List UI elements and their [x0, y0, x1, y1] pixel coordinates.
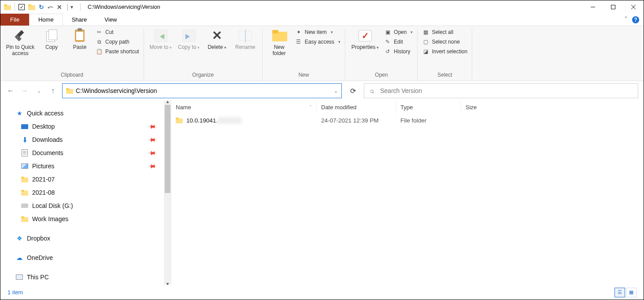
search-input[interactable]: [380, 87, 633, 94]
ribbon-collapse-icon[interactable]: ˄: [624, 15, 628, 24]
sidebar-onedrive[interactable]: ☁OneDrive: [14, 251, 171, 264]
copy-button[interactable]: Copy: [39, 29, 64, 51]
address-bar[interactable]: ⌄: [62, 83, 342, 98]
ribbon-tabs: File Home Share View ˄ ?: [0, 14, 644, 26]
qat-redo-icon[interactable]: ↻: [39, 4, 44, 11]
tab-view[interactable]: View: [96, 14, 126, 26]
maximize-button[interactable]: [603, 0, 623, 14]
downloads-icon: ⬇: [21, 136, 29, 144]
file-name: 10.0.19041.xxxx: [186, 117, 242, 124]
pin-label: Pin to Quick access: [5, 44, 36, 57]
rename-button[interactable]: Rename: [233, 29, 258, 51]
qat-properties-icon[interactable]: ✓: [19, 4, 25, 10]
qat-undo-icon[interactable]: ⤺: [48, 3, 53, 11]
sidebar-item-2021-08[interactable]: 2021-08: [14, 186, 171, 199]
pin-quickaccess-button[interactable]: Pin to Quick access: [5, 29, 36, 57]
select-none-button[interactable]: ▢Select none: [422, 38, 467, 45]
window-title: C:\Windows\servicing\Version: [88, 4, 160, 10]
sidebar-item-local-disk[interactable]: Local Disk (G:): [14, 199, 171, 212]
forward-button[interactable]: →: [20, 86, 30, 96]
copy-path-button[interactable]: ⧉Copy path: [96, 38, 139, 45]
sidebar-this-pc[interactable]: This PC: [14, 270, 171, 284]
selectnone-icon: ▢: [422, 38, 429, 45]
folder-icon: [272, 30, 286, 41]
new-item-button[interactable]: ✦New item: [295, 29, 341, 36]
tab-file[interactable]: File: [0, 14, 29, 26]
paste-label: Paste: [73, 44, 87, 51]
sidebar-scrollbar[interactable]: ▲ ▼: [164, 100, 171, 285]
help-icon[interactable]: ?: [632, 16, 639, 23]
close-button[interactable]: [623, 0, 644, 14]
group-open-title: Open: [350, 70, 413, 79]
up-button[interactable]: ↑: [48, 86, 58, 96]
group-open: ✓ Properties ▣Open ✎Edit ↺History Open: [345, 29, 418, 81]
folder-icon: [21, 177, 28, 182]
col-date[interactable]: Date modified: [317, 100, 396, 114]
view-thumbnails-button[interactable]: ▦: [626, 288, 637, 297]
paste-button[interactable]: Paste: [67, 29, 92, 51]
sidebar-item-documents[interactable]: Documents📌: [14, 146, 171, 159]
move-to-button[interactable]: Move to: [148, 29, 173, 51]
col-size[interactable]: Size: [461, 100, 505, 114]
star-icon: ★: [15, 109, 23, 117]
dropbox-icon: ❖: [15, 234, 23, 242]
sidebar-item-desktop[interactable]: Desktop📌: [14, 120, 171, 133]
redacted-text: xxxx: [218, 117, 242, 124]
sidebar-item-work-images[interactable]: Work Images: [14, 212, 171, 226]
desktop-icon: [21, 124, 28, 129]
ribbon: Pin to Quick access Copy Paste ✂Cut ⧉Cop…: [0, 26, 644, 81]
pin-icon: 📌: [148, 148, 157, 158]
col-name[interactable]: Name˄: [171, 100, 317, 114]
invert-selection-button[interactable]: ◪Invert selection: [422, 48, 467, 55]
sidebar-dropbox[interactable]: ❖Dropbox: [14, 232, 171, 245]
delete-button[interactable]: ✕ Delete: [205, 29, 229, 51]
tab-home[interactable]: Home: [29, 14, 63, 26]
back-button[interactable]: ←: [6, 86, 15, 96]
select-all-button[interactable]: ▦Select all: [422, 29, 467, 36]
properties-button[interactable]: ✓ Properties: [350, 29, 381, 51]
delete-icon: ✕: [212, 30, 222, 42]
copy-to-button[interactable]: Copy to: [177, 29, 201, 51]
address-input[interactable]: [76, 87, 331, 94]
address-dropdown-icon[interactable]: ⌄: [334, 88, 338, 94]
cut-button[interactable]: ✂Cut: [96, 29, 139, 36]
svg-rect-1: [611, 5, 615, 9]
title-separator: [80, 3, 81, 11]
column-headers: Name˄ Date modified Type Size: [171, 100, 644, 114]
scroll-thumb[interactable]: [165, 105, 170, 193]
scroll-down-icon[interactable]: ▼: [164, 280, 171, 285]
open-icon: ▣: [384, 29, 391, 36]
new-folder-button[interactable]: New folder: [267, 29, 292, 57]
refresh-button[interactable]: ⟳: [346, 84, 359, 97]
easy-access-button[interactable]: ☰Easy access: [295, 38, 341, 45]
group-clipboard: Pin to Quick access Copy Paste ✂Cut ⧉Cop…: [0, 29, 144, 81]
move-icon: [154, 30, 167, 42]
search-box[interactable]: ⌕: [364, 83, 638, 98]
col-type[interactable]: Type: [396, 100, 461, 114]
file-date: 24-07-2021 12:39 PM: [317, 117, 396, 124]
open-button[interactable]: ▣Open: [384, 29, 413, 36]
qat-delete-icon[interactable]: ✕: [57, 4, 62, 11]
copy-label: Copy: [45, 44, 58, 51]
recent-locations-button[interactable]: ⌄: [34, 86, 44, 96]
group-organize: Move to Copy to ✕ Delete Rename Organize: [144, 29, 263, 81]
minimize-button[interactable]: [583, 0, 603, 14]
sidebar-item-pictures[interactable]: Pictures📌: [14, 159, 171, 173]
pin-icon: [15, 30, 26, 41]
qat-customize-icon[interactable]: ▾: [66, 4, 75, 11]
sidebar-item-2021-07[interactable]: 2021-07: [14, 173, 171, 186]
sidebar-item-downloads[interactable]: ⬇Downloads📌: [14, 133, 171, 146]
group-new-title: New: [267, 70, 341, 79]
file-type: File folder: [396, 117, 461, 124]
edit-button[interactable]: ✎Edit: [384, 38, 413, 45]
group-organize-title: Organize: [148, 70, 258, 79]
copypath-icon: ⧉: [96, 38, 103, 45]
file-row[interactable]: 10.0.19041.xxxx 24-07-2021 12:39 PM File…: [171, 114, 644, 127]
qat-newfolder-icon[interactable]: [28, 4, 35, 10]
pc-icon: [16, 274, 23, 280]
view-details-button[interactable]: ☰: [614, 288, 625, 297]
history-button[interactable]: ↺History: [384, 48, 413, 55]
paste-shortcut-button[interactable]: 📋Paste shortcut: [96, 48, 139, 55]
tab-share[interactable]: Share: [63, 14, 96, 26]
sidebar-quick-access[interactable]: ★Quick access: [14, 107, 171, 120]
